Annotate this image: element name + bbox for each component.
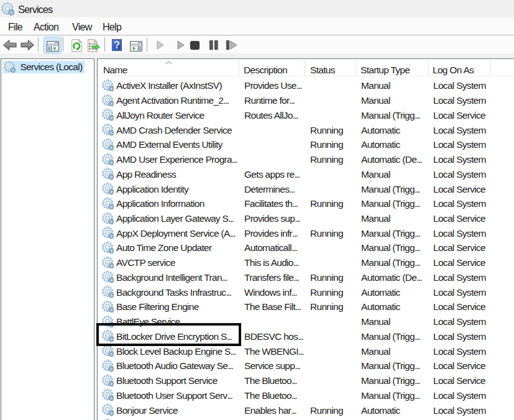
svg-text:?: ? <box>114 39 120 50</box>
